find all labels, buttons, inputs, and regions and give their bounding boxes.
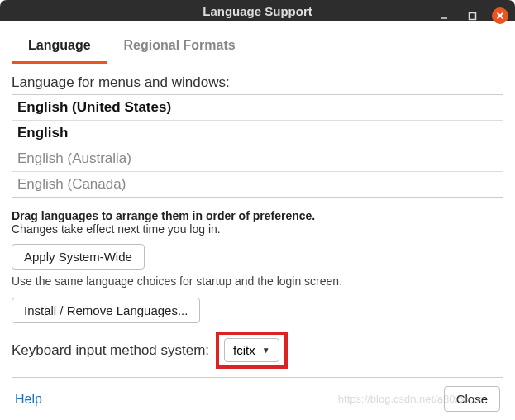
maximize-icon [468, 12, 477, 21]
maximize-button[interactable] [464, 7, 480, 24]
close-button[interactable]: Close [444, 386, 500, 412]
minimize-button[interactable] [436, 7, 452, 24]
close-window-button[interactable] [492, 7, 508, 24]
minimize-icon [439, 11, 449, 21]
help-link[interactable]: Help [15, 392, 42, 407]
svg-rect-1 [469, 12, 475, 19]
tab-language[interactable]: Language [12, 30, 107, 64]
install-remove-languages-button[interactable]: Install / Remove Languages... [12, 298, 200, 323]
dropdown-value: fcitx [233, 343, 255, 357]
tab-regional-formats[interactable]: Regional Formats [107, 30, 252, 64]
chevron-down-icon: ▼ [262, 346, 270, 355]
list-item[interactable]: English [12, 120, 503, 146]
language-list-label: Language for menus and windows: [12, 74, 503, 91]
content-area: Language Regional Formats Language for m… [0, 21, 515, 420]
close-icon [496, 12, 504, 20]
apply-subtext: Use the same language choices for startu… [12, 274, 503, 288]
footer-bar: Help Close [12, 377, 503, 412]
apply-system-wide-button[interactable]: Apply System-Wide [12, 244, 145, 270]
keyboard-input-dropdown[interactable]: fcitx ▼ [224, 338, 279, 362]
keyboard-input-label: Keyboard input method system: [12, 342, 209, 359]
window-controls [436, 0, 508, 31]
drag-hint: Changes take effect next time you log in… [12, 222, 503, 236]
language-list[interactable]: English (United States) English English … [12, 94, 503, 198]
keyboard-input-row: Keyboard input method system: fcitx ▼ [12, 332, 503, 369]
window: Language Support Language Regional Forma… [0, 0, 515, 420]
list-item[interactable]: English (Australia) [12, 146, 503, 171]
tab-bar: Language Regional Formats [12, 30, 503, 64]
titlebar: Language Support [0, 0, 515, 21]
highlight-annotation: fcitx ▼ [216, 332, 288, 369]
list-item[interactable]: English (Canada) [12, 171, 503, 197]
drag-hint-bold: Drag languages to arrange them in order … [12, 209, 503, 222]
list-item[interactable]: English (United States) [12, 94, 503, 120]
